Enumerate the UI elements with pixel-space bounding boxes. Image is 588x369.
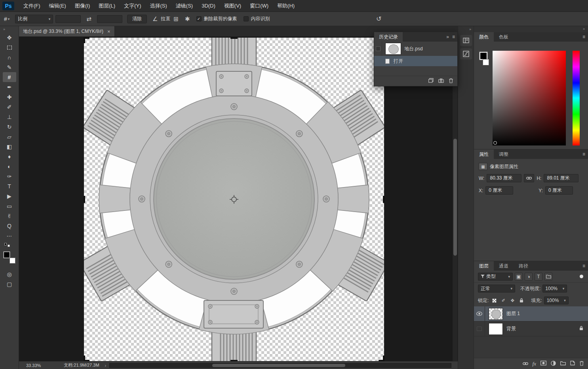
filter-pixel-layers-button[interactable]: ▣ bbox=[515, 273, 523, 281]
tool-dodge[interactable]: ◐ bbox=[3, 161, 16, 171]
layer-visibility-toggle[interactable] bbox=[474, 321, 485, 336]
menu-type[interactable]: 文字(Y) bbox=[120, 0, 145, 12]
saturation-brightness-field[interactable] bbox=[493, 51, 566, 145]
menu-window[interactable]: 窗口(W) bbox=[245, 0, 273, 12]
tool-brush[interactable]: ✐ bbox=[3, 102, 16, 112]
lock-position-button[interactable]: ✥ bbox=[509, 297, 516, 304]
tab-channels[interactable]: 通道 bbox=[494, 261, 514, 271]
tool-move[interactable]: ✥ bbox=[3, 33, 16, 42]
default-colors-icon[interactable] bbox=[4, 243, 10, 247]
clear-button[interactable]: 清除 bbox=[127, 15, 147, 23]
tool-path-selection[interactable]: ▶ bbox=[3, 191, 16, 201]
panel-menu-icon[interactable]: ≡ bbox=[582, 32, 585, 42]
crop-tool-preset-icon[interactable]: # ▾ bbox=[4, 16, 10, 22]
zoom-level-field[interactable]: 33.33% bbox=[26, 363, 41, 368]
panels-collapse-chevron[interactable]: » bbox=[458, 26, 474, 33]
document-canvas[interactable] bbox=[84, 38, 384, 361]
tab-color[interactable]: 颜色 bbox=[474, 32, 494, 42]
reset-icon[interactable]: ↺ bbox=[376, 15, 381, 23]
straighten-label[interactable]: 拉直 bbox=[161, 15, 170, 22]
tab-properties[interactable]: 属性 bbox=[474, 149, 494, 159]
collapsed-panel-button-1[interactable] bbox=[460, 35, 472, 46]
checkbox-unchecked-icon[interactable] bbox=[244, 16, 249, 21]
history-state-open[interactable]: 打开 bbox=[374, 56, 457, 66]
status-menu-chevron[interactable]: › bbox=[105, 363, 107, 368]
crop-handle-right[interactable] bbox=[383, 196, 384, 203]
new-snapshot-button[interactable] bbox=[438, 78, 444, 84]
layer-row-background[interactable]: 背景 bbox=[474, 321, 588, 336]
menu-edit[interactable]: 编辑(E) bbox=[45, 0, 70, 12]
crop-handle-top[interactable] bbox=[230, 37, 238, 39]
layer-visibility-toggle[interactable] bbox=[474, 306, 485, 321]
tab-layers[interactable]: 图层 bbox=[474, 261, 494, 271]
straighten-icon[interactable]: ∠ bbox=[149, 15, 161, 23]
collapsed-panel-button-2[interactable] bbox=[460, 48, 472, 59]
tool-clone-stamp[interactable]: ⊥ bbox=[3, 112, 16, 122]
horizontal-scrollbar-thumb[interactable] bbox=[212, 364, 345, 367]
crop-height-input[interactable] bbox=[97, 15, 122, 23]
tab-paths[interactable]: 路径 bbox=[514, 261, 533, 271]
menu-help[interactable]: 帮助(H) bbox=[273, 0, 299, 12]
content-aware-checkbox[interactable]: 内容识别 bbox=[244, 15, 270, 22]
tool-spot-healing-brush[interactable]: ✚ bbox=[3, 92, 16, 102]
color-picker-dot[interactable] bbox=[493, 141, 497, 145]
quick-mask-button[interactable]: ◎ bbox=[3, 269, 16, 279]
history-snapshot-row[interactable]: 地台.psd bbox=[374, 42, 457, 56]
delete-cropped-pixels-checkbox[interactable]: ✓ 删除裁剪的像素 bbox=[196, 15, 237, 22]
document-tab[interactable]: 地台.psd @ 33.3% (图层 1, CMYK/8#) × bbox=[19, 26, 115, 36]
crop-handle-top-left[interactable] bbox=[84, 37, 89, 43]
link-dimensions-button[interactable] bbox=[524, 174, 534, 182]
tool-crop[interactable]: # bbox=[3, 72, 16, 82]
fill-select[interactable]: 100% ▾ bbox=[544, 296, 569, 304]
x-field[interactable]: 0 厘米 bbox=[485, 186, 513, 195]
tool-hand[interactable]: ✌ bbox=[3, 211, 16, 221]
checkbox-checked-icon[interactable]: ✓ bbox=[196, 16, 202, 21]
crop-handle-left[interactable] bbox=[84, 196, 85, 203]
layer-style-button[interactable]: fx bbox=[533, 361, 536, 367]
tab-history[interactable]: 历史记录 bbox=[374, 32, 403, 42]
y-field[interactable]: 0 厘米 bbox=[545, 186, 573, 195]
height-field[interactable]: 89.01 厘米 bbox=[544, 174, 578, 182]
horizontal-scrollbar[interactable] bbox=[109, 363, 451, 368]
crop-handle-bottom-right[interactable] bbox=[379, 356, 384, 361]
tab-swatches[interactable]: 色板 bbox=[494, 32, 514, 42]
foreground-color-swatch[interactable] bbox=[4, 252, 10, 258]
tool-eyedropper[interactable]: ✒ bbox=[3, 82, 16, 92]
menu-layer[interactable]: 图层(L) bbox=[94, 0, 120, 12]
lock-image-pixels-button[interactable]: ✐ bbox=[500, 297, 507, 304]
opacity-select[interactable]: 100% ▾ bbox=[542, 285, 567, 293]
delete-state-button[interactable] bbox=[449, 78, 453, 84]
new-layer-button[interactable] bbox=[570, 361, 575, 367]
layer-thumbnail[interactable] bbox=[489, 323, 503, 335]
tool-gradient[interactable]: ◧ bbox=[3, 141, 16, 151]
new-group-button[interactable] bbox=[560, 361, 566, 367]
lock-all-button[interactable] bbox=[518, 297, 525, 304]
blend-mode-select[interactable]: 正常 ▾ bbox=[478, 285, 515, 293]
crop-settings-gear-icon[interactable]: ✱ bbox=[182, 15, 193, 23]
layer-thumbnail[interactable] bbox=[489, 308, 503, 320]
background-color-swatch[interactable] bbox=[483, 59, 489, 65]
tool-rectangular-marquee[interactable] bbox=[3, 42, 16, 52]
add-layer-mask-button[interactable] bbox=[540, 361, 546, 367]
tool-eraser[interactable]: ▱ bbox=[3, 132, 16, 141]
crop-handle-bottom-left[interactable] bbox=[84, 356, 89, 361]
close-icon[interactable]: × bbox=[107, 29, 110, 34]
panel-menu-icon[interactable]: ≡ bbox=[582, 261, 585, 271]
tool-type[interactable]: T bbox=[3, 181, 16, 191]
tool-quick-selection[interactable]: ✎ bbox=[3, 62, 16, 72]
tool-more[interactable]: ⋯ bbox=[3, 231, 16, 241]
delete-layer-button[interactable] bbox=[579, 361, 584, 367]
link-layers-button[interactable] bbox=[523, 361, 528, 367]
menu-image[interactable]: 图像(I) bbox=[70, 0, 94, 12]
filter-type-select[interactable]: 类型 ▾ bbox=[478, 273, 513, 281]
history-brush-source-cell[interactable] bbox=[374, 42, 382, 56]
new-document-from-state-button[interactable] bbox=[428, 78, 434, 84]
vertical-scrollbar-thumb[interactable] bbox=[453, 139, 457, 256]
adjustment-layer-button[interactable] bbox=[551, 361, 556, 367]
toolbar-collapse-chevron[interactable]: » bbox=[0, 26, 19, 33]
tool-lasso[interactable]: ∩ bbox=[3, 52, 16, 62]
tool-rectangle[interactable]: ▭ bbox=[3, 201, 16, 211]
aspect-ratio-select[interactable]: 比例 ▾ bbox=[15, 15, 53, 23]
layer-row-1[interactable]: 图层 1 bbox=[474, 306, 588, 321]
menu-select[interactable]: 选择(S) bbox=[145, 0, 171, 12]
